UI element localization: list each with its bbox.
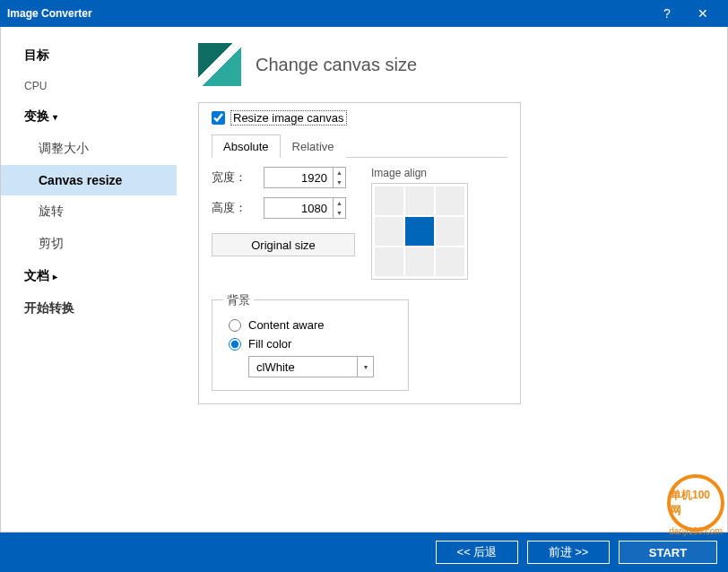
background-legend: 背景 bbox=[223, 292, 254, 308]
sidebar-item-canvas-resize[interactable]: Canvas resize bbox=[1, 165, 177, 195]
dimensions-group: 宽度： ▲ ▼ 高度： bbox=[212, 167, 355, 280]
image-align-label: Image align bbox=[371, 167, 468, 179]
sidebar: 目标 CPU 变换▾ 调整大小 Canvas resize 旋转 剪切 文档▸ … bbox=[1, 27, 177, 532]
height-input[interactable] bbox=[264, 202, 333, 215]
content-area: 目标 CPU 变换▾ 调整大小 Canvas resize 旋转 剪切 文档▸ … bbox=[0, 27, 728, 533]
align-ml[interactable] bbox=[375, 217, 403, 246]
page-title: Change canvas size bbox=[256, 55, 417, 75]
color-value: clWhite bbox=[256, 360, 295, 374]
align-mc[interactable] bbox=[405, 217, 434, 246]
forward-button[interactable]: 前进 >> bbox=[527, 541, 610, 564]
height-spin-up[interactable]: ▲ bbox=[334, 198, 345, 208]
tab-relative[interactable]: Relative bbox=[281, 134, 346, 158]
align-br[interactable] bbox=[436, 247, 464, 276]
height-spin-down[interactable]: ▼ bbox=[334, 208, 345, 218]
main-panel: Change canvas size Resize image canvas A… bbox=[177, 27, 727, 532]
width-label: 宽度： bbox=[212, 169, 256, 186]
align-tr[interactable] bbox=[436, 186, 464, 215]
align-grid bbox=[371, 183, 468, 280]
back-button[interactable]: << 后退 bbox=[436, 541, 518, 564]
resize-canvas-label: Resize image canvas bbox=[230, 110, 347, 126]
width-input-box: ▲ ▼ bbox=[264, 167, 346, 188]
align-tc[interactable] bbox=[405, 186, 434, 215]
sidebar-item-crop[interactable]: 剪切 bbox=[1, 228, 177, 260]
resize-canvas-checkbox[interactable] bbox=[212, 111, 225, 125]
sidebar-item-resize[interactable]: 调整大小 bbox=[1, 133, 177, 165]
footer-bar: << 后退 前进 >> START bbox=[0, 533, 728, 572]
width-spin-down[interactable]: ▼ bbox=[334, 178, 345, 187]
sidebar-item-transform[interactable]: 变换▾ bbox=[1, 100, 177, 133]
sidebar-item-cpu[interactable]: CPU bbox=[1, 72, 177, 100]
image-align-group: Image align bbox=[371, 167, 468, 280]
align-bl[interactable] bbox=[375, 247, 403, 276]
help-button[interactable]: ? bbox=[649, 6, 685, 21]
sidebar-item-rotate[interactable]: 旋转 bbox=[1, 195, 177, 228]
tab-absolute[interactable]: Absolute bbox=[212, 134, 281, 158]
align-tl[interactable] bbox=[375, 186, 403, 215]
align-bc[interactable] bbox=[405, 247, 434, 276]
radio-fill-color[interactable] bbox=[229, 338, 241, 351]
sidebar-item-document[interactable]: 文档▸ bbox=[1, 260, 177, 292]
original-size-button[interactable]: Original size bbox=[212, 233, 355, 256]
page-header: Change canvas size bbox=[198, 43, 706, 86]
sidebar-item-target[interactable]: 目标 bbox=[1, 39, 177, 72]
close-button[interactable]: ✕ bbox=[685, 6, 721, 21]
chevron-down-icon: ▾ bbox=[53, 112, 57, 122]
color-select[interactable]: clWhite ▾ bbox=[248, 356, 374, 377]
resize-panel: Resize image canvas Absolute Relative 宽度… bbox=[198, 102, 521, 404]
window-title: Image Converter bbox=[7, 7, 649, 20]
content-aware-label: Content aware bbox=[248, 318, 325, 332]
height-input-box: ▲ ▼ bbox=[264, 197, 346, 219]
fill-color-label: Fill color bbox=[248, 337, 291, 351]
size-mode-tabs: Absolute Relative bbox=[212, 134, 507, 158]
width-spin-up[interactable]: ▲ bbox=[334, 168, 345, 178]
chevron-right-icon: ▸ bbox=[53, 272, 57, 282]
width-input[interactable] bbox=[264, 171, 333, 185]
dropdown-icon: ▾ bbox=[357, 357, 373, 377]
background-group: 背景 Content aware Fill color clWhite ▾ bbox=[212, 299, 409, 391]
start-button[interactable]: START bbox=[619, 541, 717, 564]
radio-content-aware[interactable] bbox=[229, 319, 241, 332]
titlebar: Image Converter ? ✕ bbox=[0, 0, 728, 27]
sidebar-item-start[interactable]: 开始转换 bbox=[1, 292, 177, 325]
height-label: 高度： bbox=[212, 200, 256, 216]
canvas-icon bbox=[198, 43, 241, 86]
align-mr[interactable] bbox=[436, 217, 464, 246]
